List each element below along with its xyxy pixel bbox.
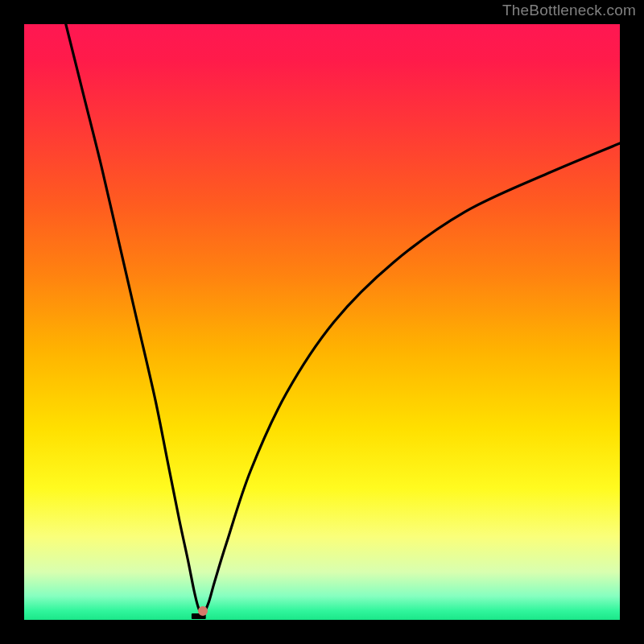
watermark-text: TheBottleneck.com [502,2,636,19]
chart-frame [24,24,620,620]
bottleneck-curve [66,24,620,614]
chart-curve-layer [24,24,620,620]
optimum-marker [198,606,208,616]
